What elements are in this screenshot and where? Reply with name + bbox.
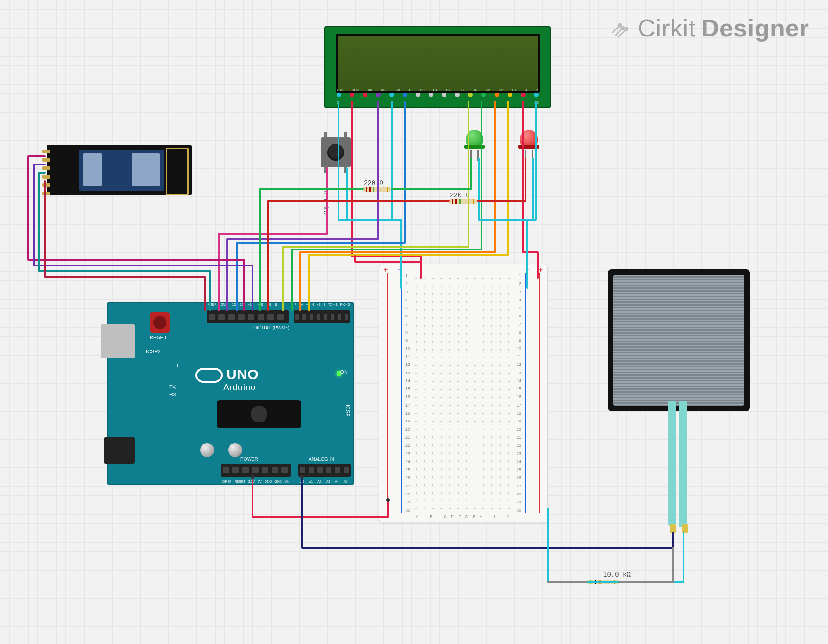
breadboard-row-num: 25 [517, 467, 521, 472]
breadboard-row-num: 26 [405, 475, 410, 480]
arduino-uno[interactable]: RESET ICSP2 DIGITAL (PWM~) AREFGND1312~1… [107, 302, 354, 485]
lcd-pin-1: 1 [337, 100, 338, 105]
breadboard-minus-r: − [525, 266, 529, 273]
breadboard-row-num: 5 [517, 306, 521, 310]
arduino-pin-label: 8 [275, 303, 277, 306]
lcd-pin-v0[interactable] [363, 93, 367, 97]
breadboard-row-numbers-left: 1234567891011121314151617181920212223242… [405, 273, 410, 513]
led-green[interactable] [466, 130, 483, 152]
arduino-pin-label: IOREF [222, 480, 231, 483]
lcd-pin-d2[interactable] [442, 93, 446, 97]
arduino-pin-label: AREF [208, 303, 216, 306]
breadboard-row-num: 19 [517, 419, 521, 423]
breadboard-row-num: 9 [517, 338, 521, 343]
lcd-pin-label: VDD [352, 88, 359, 92]
arduino-icsp-label: ICSP [345, 405, 351, 417]
breadboard-row-num: 10 [405, 346, 410, 351]
breadboard-row-num: 14 [517, 379, 521, 383]
breadboard-row-num: 10 [517, 346, 521, 351]
breadboard[interactable]: 1234567891011121314151617181920212223242… [379, 264, 548, 522]
force-sensor-fsr[interactable] [608, 269, 750, 411]
lcd-pin-label: D7 [512, 88, 516, 92]
lcd-pin-d4[interactable] [468, 93, 473, 97]
breadboard-row-num: 4 [517, 298, 521, 302]
lcd-pin-d5[interactable] [481, 93, 486, 97]
lcd-pin-d3[interactable] [455, 93, 460, 97]
breadboard-row-num: 8 [517, 330, 521, 335]
lcd-pin-label: V0 [368, 88, 372, 92]
breadboard-row-num: 29 [405, 500, 410, 504]
breadboard-row-num: 18 [517, 411, 521, 415]
arduino-header-digital-right[interactable] [294, 310, 350, 323]
arduino-power-label: POWER [240, 457, 258, 462]
arduino-pin-label: 12 [240, 303, 244, 306]
bluetooth-hm10[interactable] [47, 145, 192, 195]
lcd-pin-d6[interactable] [495, 93, 499, 97]
lcd-pin-label: VSS [337, 88, 343, 92]
arduino-mcu-chip [217, 400, 301, 428]
arduino-pin-label: TX→1 [328, 303, 338, 306]
resistor-fsr[interactable] [586, 580, 619, 584]
breadboard-row-num: 15 [517, 386, 521, 391]
arduino-pin-label: GND [221, 303, 228, 306]
arduino-pin-label: 2 [324, 303, 325, 306]
lcd-16x2[interactable]: VSSVDDV0RSRWED0D1D2D3D4D5D6D7AK 1 16 [324, 26, 551, 108]
arduino-pin-label: A1 [309, 480, 313, 483]
breadboard-row-num: 14 [405, 379, 410, 383]
resistor-red[interactable] [449, 199, 477, 204]
arduino-pin-label: ~6 [299, 303, 303, 306]
lcd-pin-labels: VSSVDDV0RSRWED0D1D2D3D4D5D6D7AK [337, 88, 539, 92]
lcd-pin-k[interactable] [534, 93, 539, 97]
lcd-pin-vdd[interactable] [350, 93, 354, 97]
arduino-pin-label: GND [265, 480, 272, 483]
arduino-reset-label: RESET [150, 335, 167, 340]
arduino-rx-label: RX [169, 392, 176, 397]
lcd-pin-label: RW [395, 88, 400, 92]
svg-point-1 [621, 27, 624, 29]
lcd-pin-label: D3 [460, 88, 464, 92]
breadboard-row-num: 17 [517, 403, 521, 408]
lcd-pin-d0[interactable] [416, 93, 420, 97]
watermark-word: Designer [701, 14, 809, 42]
arduino-header-power[interactable] [221, 464, 291, 477]
lcd-pin-d1[interactable] [429, 93, 433, 97]
arduino-pin-label: A3 [326, 480, 331, 483]
breadboard-row-num: 30 [405, 508, 410, 513]
arduino-usb-port [101, 324, 135, 358]
lcd-pin-rw[interactable] [389, 93, 394, 97]
arduino-header-digital-left[interactable] [207, 310, 289, 323]
arduino-header-analog[interactable] [298, 464, 351, 477]
svg-point-2 [625, 28, 628, 30]
bluetooth-pins [42, 150, 50, 195]
arduino-reset-button[interactable] [150, 312, 170, 333]
breadboard-row-num: 2 [405, 281, 410, 286]
resistor-green-label: 220 Ω [364, 179, 383, 187]
lcd-pin-e[interactable] [403, 93, 407, 97]
arduino-l-label: L [177, 363, 180, 368]
lcd-pin-label: D1 [433, 88, 437, 92]
breadboard-row-num: 13 [405, 371, 410, 375]
arduino-power-pin-labels: IOREFRESET3.3V5VGNDGNDVin [222, 480, 289, 483]
breadboard-row-num: 20 [405, 427, 410, 432]
breadboard-row-num: 26 [517, 475, 521, 480]
breadboard-row-num: 18 [405, 411, 410, 415]
breadboard-row-num: 4 [405, 298, 410, 302]
arduino-pin-label: Vin [285, 480, 289, 483]
breadboard-row-num: 3 [405, 290, 410, 294]
arduino-pin-label: 4 [312, 303, 314, 306]
pushbutton[interactable] [321, 137, 351, 167]
lcd-pin-rs[interactable] [376, 93, 381, 97]
lcd-pin-d7[interactable] [508, 93, 512, 97]
led-red[interactable] [520, 130, 538, 152]
lcd-pin-a[interactable] [521, 93, 526, 97]
resistor-green[interactable] [363, 187, 391, 192]
lcd-pin-numbers: 1 16 [337, 100, 539, 105]
breadboard-row-num: 24 [517, 459, 521, 464]
breadboard-row-num: 24 [405, 459, 410, 464]
breadboard-row-num: 15 [405, 386, 410, 391]
arduino-pin-label: 3.3V [248, 480, 255, 483]
arduino-pin-label: RESET [234, 480, 245, 483]
breadboard-row-num: 22 [405, 443, 410, 448]
lcd-pin-vss[interactable] [337, 93, 341, 97]
lcd-pin-label: D5 [486, 88, 490, 92]
